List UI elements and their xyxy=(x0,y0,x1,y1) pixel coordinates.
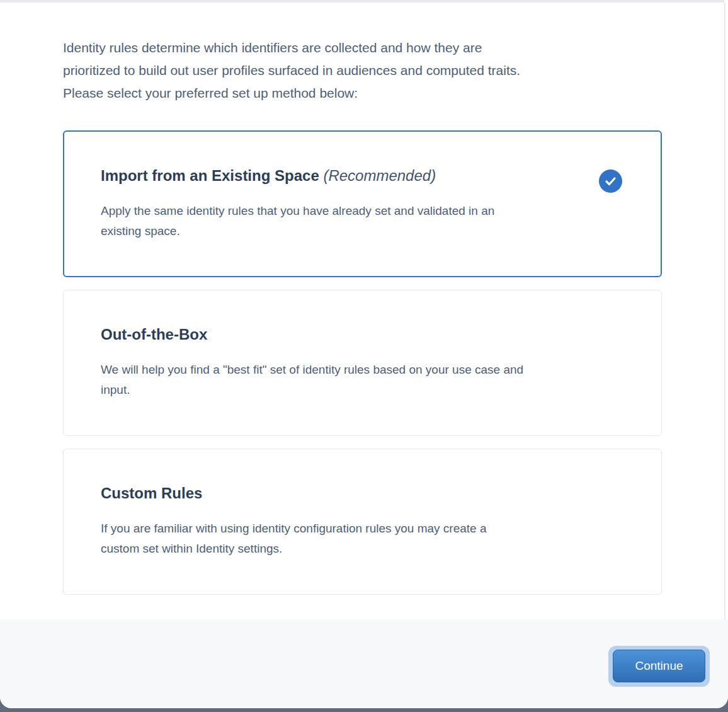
option-description: We will help you find a "best fit" set o… xyxy=(101,360,592,400)
option-title: Import from an Existing Space (Recommend… xyxy=(101,164,591,187)
intro-text: Identity rules determine which identifie… xyxy=(63,37,662,105)
continue-button-focus-ring: Continue xyxy=(608,646,710,687)
option-title-text: Import from an Existing Space xyxy=(101,167,319,184)
option-title: Custom Rules xyxy=(101,482,592,505)
modal-footer: Continue xyxy=(0,619,728,708)
option-card-out-of-the-box[interactable]: Out-of-the-Box We will help you find a "… xyxy=(63,290,662,436)
option-title: Out-of-the-Box xyxy=(101,323,592,346)
option-card-custom-rules[interactable]: Custom Rules If you are familiar with us… xyxy=(63,449,662,595)
identity-setup-modal: Identity rules determine which identifie… xyxy=(0,0,728,708)
option-title-text: Out-of-the-Box xyxy=(101,326,207,343)
option-description: If you are familiar with using identity … xyxy=(101,519,592,559)
option-description: Apply the same identity rules that you h… xyxy=(101,201,591,241)
selected-check-icon xyxy=(599,169,622,193)
option-card-import-existing-space[interactable]: Import from an Existing Space (Recommend… xyxy=(63,130,662,277)
recommended-badge: (Recommended) xyxy=(323,167,436,184)
modal-body: Identity rules determine which identifie… xyxy=(63,37,662,607)
scrollbar-gutter-divider xyxy=(724,3,725,708)
continue-button[interactable]: Continue xyxy=(613,650,705,682)
header-divider xyxy=(0,0,724,3)
option-title-text: Custom Rules xyxy=(101,485,202,502)
